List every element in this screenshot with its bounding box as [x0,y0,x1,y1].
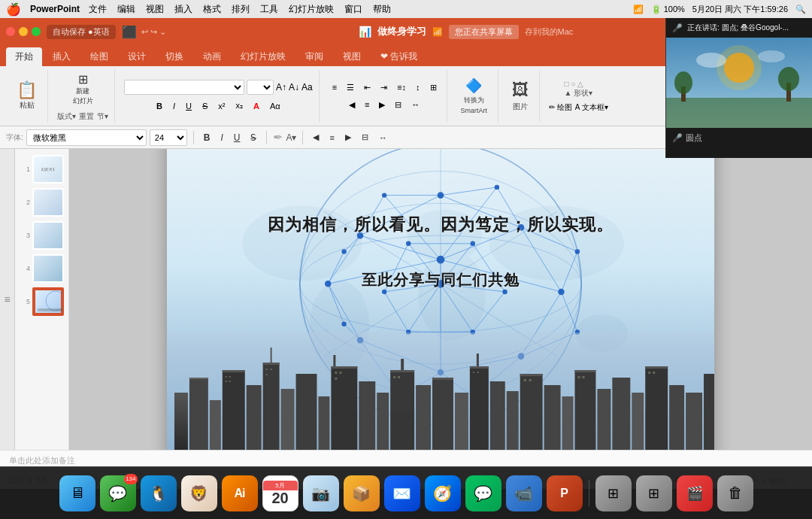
dock-item-app1[interactable]: 📦 [344,475,380,511]
layout-btn[interactable]: 版式▾ [57,111,76,122]
char-spacing-btn[interactable]: Aα [266,100,284,112]
draw-pen-icon[interactable]: ✒ [273,130,283,144]
menu-slideshow[interactable]: 幻灯片放映 [289,3,334,16]
superscript-btn[interactable]: x₂ [232,99,247,112]
textbox-btn[interactable]: A 文本框▾ [575,102,608,113]
tab-draw[interactable]: 绘图 [81,47,117,66]
dock-item-ppt[interactable]: P [547,475,583,511]
pen-btn[interactable]: ✏ 绘图 [549,102,572,113]
font-increase-btn[interactable]: A↑ [276,82,286,93]
image-btn[interactable]: 🖼 图片 [508,77,533,115]
slide-thumb-5[interactable] [32,287,64,316]
main-slide[interactable]: 因为相信，所以看见。因为笃定；所以实现。 至此分享与同仁们共勉 [166,149,715,450]
menu-edit[interactable]: 编辑 [117,3,135,16]
align-center-btn-2[interactable]: ≡ [326,132,338,144]
align-right-btn-2[interactable]: ▶ [341,131,355,144]
tab-help[interactable]: ❤ 告诉我 [371,47,426,66]
menu-window[interactable]: 窗口 [344,3,362,16]
font-size-select-2[interactable]: 24 [150,129,187,146]
italic-btn[interactable]: I [169,100,179,112]
close-button[interactable] [6,27,15,36]
align-left-btn-2[interactable]: ◀ [309,131,323,144]
reset-btn[interactable]: 重置 [79,111,94,122]
tab-design[interactable]: 设计 [119,47,155,66]
minimize-button[interactable] [19,27,28,36]
clear-format-btn[interactable]: Aa [301,82,313,93]
rtl-btn-2[interactable]: ↔ [375,132,391,144]
apple-menu[interactable]: 🍎 [6,2,21,17]
underline-btn-2[interactable]: U [230,131,244,144]
dock-item-photos[interactable]: 🦁 [181,475,217,511]
rtl-btn[interactable]: ↔ [408,99,423,111]
paste-btn[interactable]: 📋 粘贴 [12,79,41,114]
dock-item-calendar[interactable]: 5月 20 [262,475,298,511]
align-btn[interactable]: ≡↕ [393,81,410,93]
dock-item-preview1[interactable]: 📷 [303,475,339,511]
underline-btn[interactable]: U [182,100,195,112]
dock-item-messages[interactable]: 💬 134 [100,475,136,511]
dock-item-grid1[interactable]: ⊞ [595,475,632,511]
dock-item-safari[interactable]: 🧭 [425,475,461,511]
strikethrough-btn[interactable]: S [198,100,211,112]
font-family-select-2[interactable]: 微软雅黑 [26,129,147,146]
tab-transition[interactable]: 切换 [156,47,192,66]
tab-slideshow[interactable]: 幻灯片放映 [232,47,295,66]
tab-start[interactable]: 开始 [6,47,42,66]
font-color-btn-2[interactable]: A▾ [286,132,296,143]
panel-toggle[interactable]: ≡ [0,149,15,450]
dock-item-grid2[interactable]: ⊞ [636,475,672,511]
tab-review[interactable]: 审阅 [296,47,332,66]
columns-btn[interactable]: ⊞ [426,81,441,94]
align-right-btn[interactable]: ▶ [375,99,389,111]
menu-file[interactable]: 文件 [89,3,107,16]
italic-btn-2[interactable]: I [217,131,226,144]
tab-animation[interactable]: 动画 [194,47,230,66]
font-decrease-btn[interactable]: A↓ [289,82,299,93]
dock-item-finder[interactable]: 🖥 [59,475,95,511]
tab-view[interactable]: 视图 [334,47,370,66]
menu-view[interactable]: 视图 [146,3,164,16]
align-center-btn[interactable]: ≡ [361,99,373,111]
menu-help[interactable]: 帮助 [373,3,391,16]
bullet-list-btn[interactable]: ≡ [329,81,341,93]
font-family-select[interactable] [124,80,244,95]
tab-insert[interactable]: 插入 [44,47,80,66]
slide-thumb-3[interactable] [32,221,64,250]
slide-text-2[interactable]: 至此分享与同仁们共勉 [362,270,520,290]
new-slide-btn[interactable]: ⊞ 新建 幻灯片 [70,71,96,108]
align-left-btn[interactable]: ◀ [345,99,359,111]
search-icon[interactable]: 🔍 [795,5,806,14]
dock-item-wechat[interactable]: 💬 [465,475,501,511]
line-spacing-btn[interactable]: ↕ [412,81,424,93]
menu-format[interactable]: 格式 [203,3,221,16]
slide-thumb-2[interactable] [32,188,64,217]
menu-insert[interactable]: 插入 [174,3,192,16]
font-size-select[interactable] [247,80,274,95]
slide-thumb-1[interactable]: 幻灯片1 [32,155,64,184]
autosave-indicator[interactable]: 自动保存 ●英语 [47,25,116,39]
indent-right-btn[interactable]: ⇥ [377,81,391,94]
bold-btn[interactable]: B [153,100,166,112]
subscript-btn[interactable]: x² [214,100,229,112]
justify-btn[interactable]: ⊟ [391,99,405,111]
dock-item-voov[interactable]: 📹 [506,475,542,511]
dock-item-trash[interactable]: 🗑 [717,475,753,511]
section-btn[interactable]: 节▾ [97,111,108,122]
justify-btn-2[interactable]: ⊟ [358,131,372,144]
menu-arrange[interactable]: 排列 [232,3,250,16]
number-list-btn[interactable]: ☰ [343,81,358,94]
slide-thumb-4[interactable] [32,254,64,283]
bold-btn-2[interactable]: B [200,131,214,144]
convert-smartart-btn[interactable]: 🔷 转换为 SmartArt [456,74,492,117]
menu-tools[interactable]: 工具 [260,3,278,16]
dock-item-mail[interactable]: ✉️ [384,475,420,511]
indent-left-btn[interactable]: ⇤ [360,81,374,94]
dock-item-ai[interactable]: Ai [222,475,258,511]
fullscreen-button[interactable] [32,27,41,36]
font-color-btn[interactable]: A [250,100,263,112]
slide-text-1[interactable]: 因为相信，所以看见。因为笃定；所以实现。 [268,214,614,236]
strike-btn-2[interactable]: S̶ [247,131,260,144]
dock-item-red1[interactable]: 🎬 [677,475,713,511]
slide-canvas-area[interactable]: 因为相信，所以看见。因为笃定；所以实现。 至此分享与同仁们共勉 [69,149,812,450]
shape-label[interactable]: ▲ 形状▾ [565,88,593,99]
